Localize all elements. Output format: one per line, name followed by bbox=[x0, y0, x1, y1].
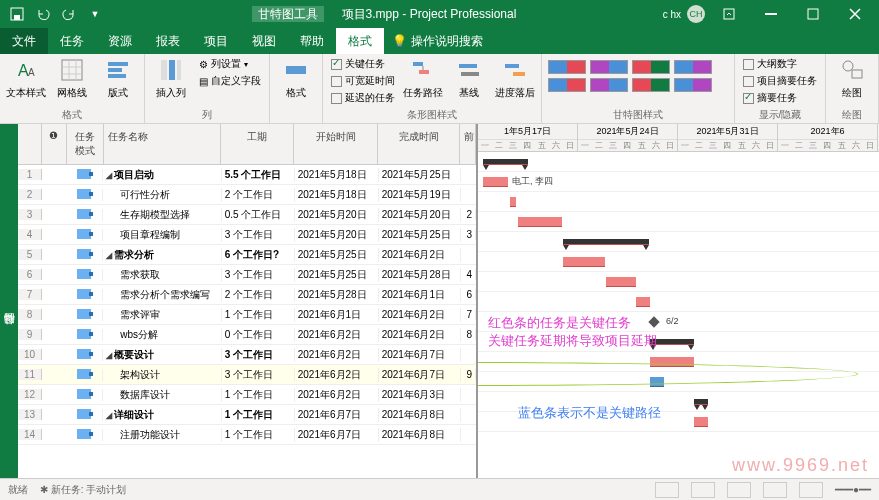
gantt-style-swatch[interactable] bbox=[632, 78, 670, 92]
manual-mode-icon bbox=[77, 409, 91, 419]
gantt-bar[interactable] bbox=[694, 417, 708, 427]
view-gantt-icon[interactable] bbox=[655, 482, 679, 498]
gantt-style-swatch[interactable] bbox=[548, 78, 586, 92]
view-usage-icon[interactable] bbox=[691, 482, 715, 498]
manual-mode-icon bbox=[77, 249, 91, 259]
col-duration[interactable]: 工期 bbox=[221, 124, 294, 164]
annotation-critical-2: 关键任务延期将导致项目延期 bbox=[488, 332, 657, 350]
gantt-style-swatch[interactable] bbox=[674, 60, 712, 74]
gridlines-button[interactable]: 网格线 bbox=[52, 56, 92, 100]
tab-task[interactable]: 任务 bbox=[48, 28, 96, 54]
gantt-style-swatch[interactable] bbox=[548, 60, 586, 74]
tab-report[interactable]: 报表 bbox=[144, 28, 192, 54]
minimize-icon[interactable] bbox=[753, 0, 789, 28]
gantt-bar[interactable] bbox=[636, 297, 650, 307]
slack-checkbox[interactable]: 可宽延时间 bbox=[329, 73, 397, 89]
tab-project[interactable]: 项目 bbox=[192, 28, 240, 54]
table-row[interactable]: 7需求分析个需求编写2 个工作日2021年5月28日2021年6月1日6 bbox=[18, 285, 476, 305]
svg-rect-8 bbox=[108, 62, 128, 66]
svg-rect-17 bbox=[459, 64, 477, 68]
table-row[interactable]: 2可行性分析2 个工作日2021年5月18日2021年5月19日 bbox=[18, 185, 476, 205]
table-row[interactable]: 13详细设计1 个工作日2021年6月7日2021年6月8日 bbox=[18, 405, 476, 425]
col-info[interactable]: ❶ bbox=[42, 124, 66, 164]
user-name: c hx bbox=[663, 9, 681, 20]
tab-view[interactable]: 视图 bbox=[240, 28, 288, 54]
col-finish[interactable]: 完成时间 bbox=[378, 124, 460, 164]
table-row[interactable]: 8需求评审1 个工作日2021年6月1日2021年6月2日7 bbox=[18, 305, 476, 325]
summary-tasks-checkbox[interactable]: 摘要任务 bbox=[741, 90, 819, 106]
critical-tasks-checkbox[interactable]: 关键任务 bbox=[329, 56, 397, 72]
col-start[interactable]: 开始时间 bbox=[294, 124, 378, 164]
svg-rect-4 bbox=[808, 9, 818, 19]
checkbox-icon bbox=[743, 93, 754, 104]
table-row[interactable]: 1项目启动5.5 个工作日2021年5月18日2021年5月25日 bbox=[18, 165, 476, 185]
gantt-bar[interactable] bbox=[694, 399, 708, 405]
tab-format[interactable]: 格式 bbox=[336, 28, 384, 54]
save-icon[interactable] bbox=[6, 3, 28, 25]
project-summary-checkbox[interactable]: 项目摘要任务 bbox=[741, 73, 819, 89]
ribbon-collapse-icon[interactable] bbox=[711, 0, 747, 28]
table-row[interactable]: 4项目章程编制3 个工作日2021年5月20日2021年5月25日3 bbox=[18, 225, 476, 245]
table-row[interactable]: 14注册功能设计1 个工作日2021年6月7日2021年6月8日 bbox=[18, 425, 476, 445]
gantt-chart[interactable]: 1年5月17日一二三四五六日2021年5月24日一二三四五六日2021年5月31… bbox=[478, 124, 879, 484]
table-row[interactable]: 9wbs分解0 个工作日2021年6月2日2021年6月2日8 bbox=[18, 325, 476, 345]
table-row[interactable]: 3生存期模型选择0.5 个工作日2021年5月20日2021年5月20日2 bbox=[18, 205, 476, 225]
table-row[interactable]: 11架构设计3 个工作日2021年6月2日2021年6月7日9 bbox=[18, 365, 476, 385]
group-label-drawings: 绘图 bbox=[832, 107, 872, 123]
gantt-bar[interactable] bbox=[606, 277, 636, 287]
gantt-style-swatch[interactable] bbox=[674, 78, 712, 92]
qat-dropdown-icon[interactable]: ▼ bbox=[84, 3, 106, 25]
drawings-button[interactable]: 绘图 bbox=[832, 56, 872, 100]
col-predecessor[interactable]: 前 bbox=[460, 124, 476, 164]
group-label-barstyles: 条形图样式 bbox=[329, 107, 535, 123]
outline-number-checkbox[interactable]: 大纲数字 bbox=[741, 56, 819, 72]
gantt-bar[interactable] bbox=[563, 239, 649, 245]
column-settings-button[interactable]: ⚙列设置▾ bbox=[197, 56, 263, 72]
maximize-icon[interactable] bbox=[795, 0, 831, 28]
gantt-style-swatch[interactable] bbox=[590, 78, 628, 92]
view-report-icon[interactable] bbox=[799, 482, 823, 498]
text-styles-button[interactable]: AA文本样式 bbox=[6, 56, 46, 100]
gantt-style-swatch[interactable] bbox=[632, 60, 670, 74]
slippage-button[interactable]: 进度落后 bbox=[495, 56, 535, 100]
avatar[interactable]: CH bbox=[687, 5, 705, 23]
table-row[interactable]: 6需求获取3 个工作日2021年5月25日2021年5月28日4 bbox=[18, 265, 476, 285]
task-path-button[interactable]: 任务路径 bbox=[403, 56, 443, 100]
table-row[interactable]: 10概要设计3 个工作日2021年6月2日2021年6月7日 bbox=[18, 345, 476, 365]
redo-icon[interactable] bbox=[58, 3, 80, 25]
undo-icon[interactable] bbox=[32, 3, 54, 25]
bar-format-button[interactable]: 格式 bbox=[276, 56, 316, 100]
group-label-columns: 列 bbox=[151, 107, 263, 123]
insert-column-button[interactable]: 插入列 bbox=[151, 56, 191, 100]
view-side-tab[interactable]: 甘特图 bbox=[0, 124, 18, 484]
tell-me[interactable]: 💡操作说明搜索 bbox=[384, 33, 491, 50]
late-tasks-checkbox[interactable]: 延迟的任务 bbox=[329, 90, 397, 106]
view-sheet-icon[interactable] bbox=[763, 482, 787, 498]
file-name: 项目3.mpp bbox=[342, 7, 399, 21]
gantt-bar[interactable] bbox=[518, 217, 562, 227]
gantt-bar[interactable] bbox=[510, 197, 516, 207]
gantt-bar[interactable]: 电工, 李四 bbox=[483, 177, 508, 187]
col-name[interactable]: 任务名称 bbox=[104, 124, 222, 164]
tab-help[interactable]: 帮助 bbox=[288, 28, 336, 54]
svg-rect-14 bbox=[286, 66, 306, 74]
table-row[interactable]: 5需求分析6 个工作日?2021年5月25日2021年6月2日 bbox=[18, 245, 476, 265]
status-new-task[interactable]: ✱ 新任务: 手动计划 bbox=[40, 483, 126, 497]
milestone-icon[interactable] bbox=[648, 316, 659, 327]
gantt-bar[interactable] bbox=[563, 257, 605, 267]
col-mode[interactable]: 任务模式 bbox=[67, 124, 104, 164]
field-icon: ▤ bbox=[199, 76, 208, 87]
zoom-slider[interactable]: ━━━●━━ bbox=[835, 484, 871, 495]
gantt-style-swatch[interactable] bbox=[590, 60, 628, 74]
tab-resource[interactable]: 资源 bbox=[96, 28, 144, 54]
view-team-icon[interactable] bbox=[727, 482, 751, 498]
layout-button[interactable]: 版式 bbox=[98, 56, 138, 100]
table-row[interactable]: 12数据库设计1 个工作日2021年6月2日2021年6月3日 bbox=[18, 385, 476, 405]
close-icon[interactable] bbox=[837, 0, 873, 28]
tab-file[interactable]: 文件 bbox=[0, 28, 48, 54]
custom-fields-button[interactable]: ▤自定义字段 bbox=[197, 73, 263, 89]
gantt-bar[interactable] bbox=[483, 159, 528, 165]
baseline-button[interactable]: 基线 bbox=[449, 56, 489, 100]
annotation-critical: 红色条的任务是关键任务 bbox=[488, 314, 631, 332]
manual-mode-icon bbox=[77, 269, 91, 279]
